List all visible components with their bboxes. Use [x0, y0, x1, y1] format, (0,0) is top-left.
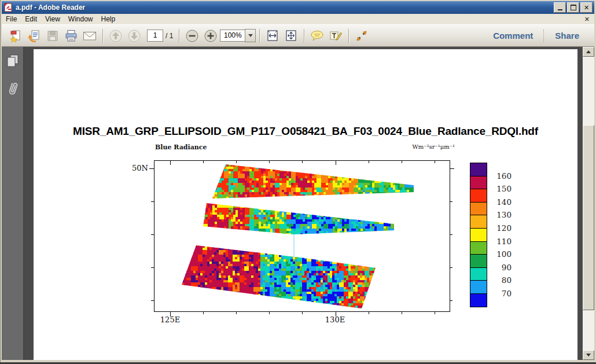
paperclip-icon [6, 80, 20, 98]
y-axis-tick-label: 50N [120, 164, 148, 172]
menu-bar: FileEditViewWindowHelp ✕ [2, 14, 594, 25]
toolbar-separator [304, 29, 304, 43]
scrollbar-thumb[interactable] [583, 125, 594, 310]
comment-panel-button[interactable]: Comment [483, 31, 543, 41]
menu-item-file[interactable]: File [2, 14, 21, 24]
axis-tick [302, 161, 303, 163]
colorbar-label: 150 [491, 184, 512, 193]
toolbar-separator [348, 29, 349, 43]
zoom-out-button[interactable] [185, 28, 200, 43]
axis-tick [402, 311, 402, 314]
swath-south [182, 245, 377, 311]
colorbar [470, 163, 486, 307]
colorbar-label: 100 [491, 249, 512, 259]
toolbar-separator [102, 29, 103, 43]
document-content-area: MISR_AM1_GRP_ELLIPSOID_GM_P117_O058421_B… [2, 47, 594, 360]
plot-units: Wm⁻²sr⁻¹μm⁻¹ [368, 144, 455, 150]
toolbar-separator [259, 29, 260, 43]
colorbar-segment [470, 202, 487, 216]
colorbar-label: 130 [491, 210, 512, 219]
vertical-scrollbar[interactable] [583, 47, 594, 360]
axis-tick [450, 168, 454, 169]
maximize-icon [571, 5, 576, 10]
axis-tick [269, 311, 270, 314]
share-panel-button[interactable]: Share [545, 31, 590, 41]
axis-tick [450, 300, 452, 301]
email-button[interactable] [82, 28, 97, 43]
save-as-other-button[interactable] [27, 28, 42, 43]
scroll-up-button[interactable] [583, 47, 594, 57]
axis-tick [170, 161, 171, 165]
colorbar-label: 160 [491, 171, 512, 181]
x-axis-tick-label: 130E [318, 315, 352, 324]
close-document-icon[interactable]: ✕ [584, 16, 590, 23]
axis-tick [336, 161, 336, 165]
title-bar[interactable]: a.pdf - Adobe Reader ✕ [2, 1, 594, 14]
minimize-icon [558, 9, 562, 10]
menu-item-view[interactable]: View [41, 14, 64, 24]
previous-page-icon [109, 29, 123, 43]
axis-tick [450, 234, 452, 235]
colorbar-segment [470, 267, 487, 281]
attachments-button[interactable] [6, 80, 20, 98]
menu-item-edit[interactable]: Edit [21, 14, 41, 24]
zoom-level-input[interactable]: 100% [220, 30, 245, 42]
colorbar-segment [470, 215, 487, 229]
print-icon [64, 29, 78, 43]
colorbar-segment [470, 280, 487, 294]
fit-width-button[interactable] [265, 28, 280, 43]
colorbar-label: 70 [491, 289, 512, 298]
scroll-down-icon [586, 354, 591, 356]
fit-page-button[interactable] [284, 28, 299, 43]
next-page-icon [127, 29, 141, 43]
colorbar-segment [470, 293, 487, 307]
sign-markup-icon [329, 29, 343, 43]
menu-item-help[interactable]: Help [97, 14, 120, 24]
axis-tick [203, 161, 204, 163]
axis-tick [151, 267, 154, 268]
zoom-in-icon [204, 29, 218, 43]
axis-tick [369, 311, 369, 314]
colorbar-segment [470, 241, 487, 255]
fullscreen-button[interactable] [354, 28, 369, 43]
plot-title: Blue Radiance [155, 144, 207, 151]
comment-tool-button[interactable] [310, 28, 325, 43]
minimize-button[interactable] [554, 2, 566, 13]
fit-width-icon [266, 29, 279, 43]
radiance-swath-image [154, 161, 450, 311]
axis-tick [236, 161, 237, 163]
scroll-down-button[interactable] [583, 350, 594, 360]
menu-item-window[interactable]: Window [64, 14, 97, 24]
close-icon: ✕ [584, 5, 589, 11]
app-window: a.pdf - Adobe Reader ✕ FileEditViewWindo… [0, 0, 596, 362]
colorbar-segment [470, 176, 487, 190]
page-thumbnails-button[interactable] [6, 54, 19, 68]
sign-markup-button[interactable] [328, 28, 343, 43]
axis-tick [203, 311, 204, 314]
zoom-in-button[interactable] [203, 28, 218, 43]
page-thumbnails-icon [6, 54, 19, 68]
page-number-input[interactable]: 1 [147, 30, 163, 42]
pdf-app-icon [3, 3, 13, 12]
colorbar-label: 120 [491, 223, 512, 233]
fullscreen-icon [355, 29, 369, 43]
page-view[interactable]: MISR_AM1_GRP_ELLIPSOID_GM_P117_O058421_B… [24, 47, 583, 360]
comment-bubble-icon [310, 30, 325, 42]
plot-frame [154, 160, 450, 312]
open-file-button[interactable] [8, 28, 23, 43]
zoom-dropdown-button[interactable] [245, 29, 256, 42]
print-button[interactable] [64, 28, 79, 43]
colorbar-segment [470, 228, 487, 242]
axis-tick [269, 161, 270, 163]
swath-north [212, 164, 414, 200]
previous-page-button [108, 28, 123, 43]
maximize-button[interactable] [567, 2, 579, 13]
axis-tick [151, 300, 154, 301]
axis-tick [450, 267, 452, 268]
fit-page-icon [284, 29, 298, 43]
chevron-down-icon [248, 34, 253, 37]
scroll-up-icon [586, 50, 591, 53]
close-button[interactable]: ✕ [580, 2, 593, 13]
toolbar: 1 / 1 100% [2, 25, 594, 47]
save-as-other-icon [27, 29, 41, 43]
